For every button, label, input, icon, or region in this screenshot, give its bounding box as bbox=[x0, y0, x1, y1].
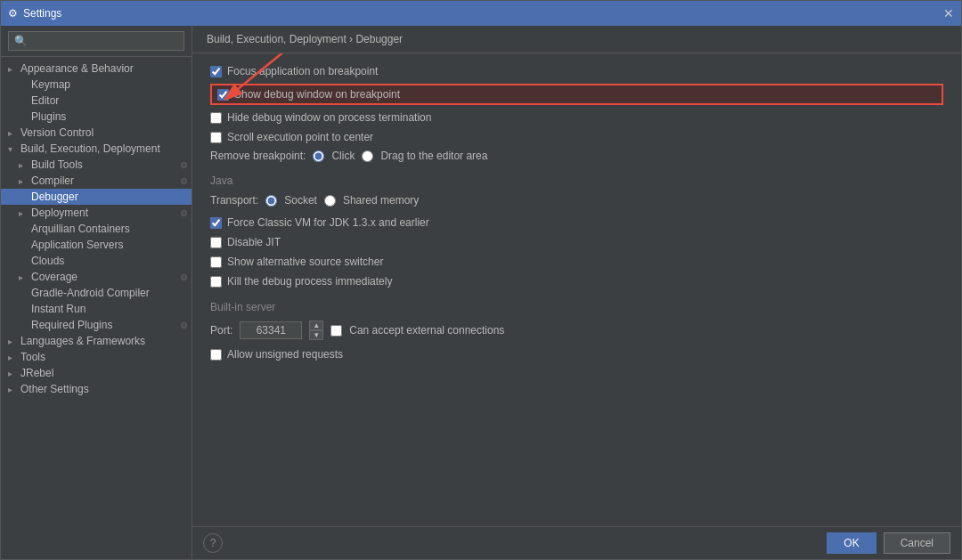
remove-click-radio[interactable] bbox=[313, 150, 324, 162]
settings-content: Focus application on breakpoint Show deb… bbox=[192, 53, 961, 526]
show-debug-checkbox[interactable] bbox=[217, 89, 229, 101]
arrow-icon: ▸ bbox=[19, 208, 31, 218]
sidebar-item-compiler[interactable]: ▸ Compiler ⚙ bbox=[1, 173, 192, 189]
sidebar-item-coverage[interactable]: ▸ Coverage ⚙ bbox=[1, 269, 192, 285]
remove-breakpoint-label: Remove breakpoint: bbox=[210, 150, 306, 162]
arrow-icon: ▸ bbox=[8, 64, 20, 74]
disable-jit-checkbox[interactable] bbox=[210, 237, 222, 248]
allow-unsigned-checkbox[interactable] bbox=[210, 349, 222, 361]
port-up-button[interactable]: ▲ bbox=[309, 321, 323, 330]
close-button[interactable]: ✕ bbox=[943, 6, 954, 20]
arrow-icon: ▸ bbox=[8, 369, 20, 378]
shared-memory-label[interactable]: Shared memory bbox=[343, 194, 419, 207]
show-debug-row: Show debug window on breakpoint bbox=[210, 84, 943, 105]
arrow-icon: ▾ bbox=[8, 144, 20, 154]
sidebar-item-build-execution[interactable]: ▾ Build, Execution, Deployment bbox=[1, 141, 192, 157]
sidebar-item-plugins[interactable]: Plugins bbox=[1, 109, 192, 125]
sidebar-item-jrebel[interactable]: ▸ JRebel bbox=[1, 365, 192, 381]
port-input[interactable]: 63341 bbox=[240, 321, 302, 339]
hide-debug-label[interactable]: Hide debug window on process termination bbox=[227, 111, 431, 124]
search-box bbox=[1, 26, 192, 57]
shared-memory-radio[interactable] bbox=[324, 195, 336, 207]
accept-external-label[interactable]: Can accept external connections bbox=[349, 324, 504, 337]
kill-debug-checkbox[interactable] bbox=[210, 276, 222, 288]
socket-label[interactable]: Socket bbox=[284, 194, 317, 207]
breadcrumb: Build, Execution, Deployment › Debugger bbox=[192, 26, 961, 53]
force-classic-label[interactable]: Force Classic VM for JDK 1.3.x and earli… bbox=[227, 216, 429, 229]
allow-unsigned-row: Allow unsigned requests bbox=[210, 347, 943, 361]
sidebar-item-editor[interactable]: Editor bbox=[1, 93, 192, 109]
sidebar-item-version-control[interactable]: ▸ Version Control bbox=[1, 125, 192, 141]
disable-jit-row: Disable JIT bbox=[210, 235, 943, 249]
port-row: Port: 63341 ▲ ▼ Can accept external conn… bbox=[210, 321, 943, 340]
focus-app-label[interactable]: Focus application on breakpoint bbox=[227, 65, 378, 77]
hide-debug-row: Hide debug window on process termination bbox=[210, 110, 943, 125]
kill-debug-row: Kill the debug process immediately bbox=[210, 274, 943, 288]
sidebar-item-debugger[interactable]: Debugger bbox=[1, 189, 192, 205]
transport-label: Transport: bbox=[210, 194, 258, 207]
scroll-row: Scroll execution point to center bbox=[210, 130, 943, 144]
main-panel: Build, Execution, Deployment › Debugger … bbox=[192, 26, 961, 559]
show-debug-container: Show debug window on breakpoint bbox=[210, 84, 943, 105]
socket-radio[interactable] bbox=[265, 195, 277, 207]
sidebar-item-languages[interactable]: ▸ Languages & Frameworks bbox=[1, 333, 192, 349]
port-down-button[interactable]: ▼ bbox=[309, 330, 323, 340]
sidebar-item-arquillian[interactable]: Arquillian Containers bbox=[1, 221, 192, 237]
port-label: Port: bbox=[210, 324, 232, 337]
show-alt-checkbox[interactable] bbox=[210, 256, 222, 268]
sidebar: ▸ Appearance & Behavior Keymap Editor Pl… bbox=[1, 26, 192, 559]
java-section-header: Java bbox=[210, 174, 943, 187]
arrow-icon: ▸ bbox=[19, 272, 31, 282]
ok-button[interactable]: OK bbox=[827, 532, 876, 554]
sidebar-item-build-tools[interactable]: ▸ Build Tools ⚙ bbox=[1, 157, 192, 173]
builtin-server-header: Built-in server bbox=[210, 301, 943, 313]
sidebar-item-instant-run[interactable]: Instant Run bbox=[1, 301, 192, 317]
sidebar-item-app-servers[interactable]: Application Servers bbox=[1, 237, 192, 253]
settings-window: ⚙ Settings ✕ ▸ Appearance & Behavior Key… bbox=[0, 0, 962, 560]
sidebar-item-required-plugins[interactable]: Required Plugins ⚙ bbox=[1, 317, 192, 333]
remove-drag-label[interactable]: Drag to the editor area bbox=[380, 150, 487, 162]
help-button[interactable]: ? bbox=[203, 533, 223, 553]
search-input[interactable] bbox=[8, 31, 184, 51]
arrow-icon: ▸ bbox=[8, 385, 20, 394]
sidebar-item-appearance[interactable]: ▸ Appearance & Behavior bbox=[1, 61, 192, 77]
arrow-icon: ▸ bbox=[8, 128, 20, 138]
scroll-label[interactable]: Scroll execution point to center bbox=[227, 131, 373, 143]
gear-icon: ⚙ bbox=[180, 160, 188, 170]
accept-external-checkbox[interactable] bbox=[330, 325, 342, 337]
gear-icon: ⚙ bbox=[180, 176, 188, 186]
arrow-icon: ▸ bbox=[19, 160, 31, 170]
focus-app-row: Focus application on breakpoint bbox=[210, 64, 943, 78]
force-classic-row: Force Classic VM for JDK 1.3.x and earli… bbox=[210, 215, 943, 230]
remove-drag-radio[interactable] bbox=[362, 150, 373, 162]
focus-app-checkbox[interactable] bbox=[210, 66, 222, 77]
hide-debug-checkbox[interactable] bbox=[210, 112, 222, 124]
remove-click-label[interactable]: Click bbox=[331, 150, 355, 162]
remove-breakpoint-row: Remove breakpoint: Click Drag to the edi… bbox=[210, 150, 943, 162]
allow-unsigned-label[interactable]: Allow unsigned requests bbox=[227, 348, 343, 361]
show-alt-row: Show alternative source switcher bbox=[210, 255, 943, 269]
sidebar-item-gradle-android[interactable]: Gradle-Android Compiler bbox=[1, 285, 192, 301]
sidebar-item-tools[interactable]: ▸ Tools bbox=[1, 349, 192, 365]
arrow-icon: ▸ bbox=[19, 176, 31, 186]
sidebar-item-other-settings[interactable]: ▸ Other Settings bbox=[1, 381, 192, 397]
sidebar-tree: ▸ Appearance & Behavior Keymap Editor Pl… bbox=[1, 57, 192, 559]
sidebar-item-keymap[interactable]: Keymap bbox=[1, 77, 192, 93]
settings-icon: ⚙ bbox=[8, 7, 18, 20]
breakpoints-section: Focus application on breakpoint Show deb… bbox=[210, 64, 943, 162]
kill-debug-label[interactable]: Kill the debug process immediately bbox=[227, 275, 392, 288]
scroll-checkbox[interactable] bbox=[210, 132, 222, 143]
window-title: Settings bbox=[23, 7, 61, 20]
disable-jit-label[interactable]: Disable JIT bbox=[227, 236, 281, 248]
cancel-button[interactable]: Cancel bbox=[884, 532, 950, 554]
gear-icon: ⚙ bbox=[180, 208, 188, 218]
sidebar-item-deployment[interactable]: ▸ Deployment ⚙ bbox=[1, 205, 192, 221]
bottom-bar: ? OK Cancel bbox=[192, 526, 961, 559]
force-classic-checkbox[interactable] bbox=[210, 217, 222, 229]
sidebar-item-clouds[interactable]: Clouds bbox=[1, 253, 192, 269]
arrow-icon: ▸ bbox=[8, 353, 20, 362]
show-debug-label[interactable]: Show debug window on breakpoint bbox=[234, 88, 400, 101]
breadcrumb-text: Build, Execution, Deployment › Debugger bbox=[207, 33, 403, 45]
show-alt-label[interactable]: Show alternative source switcher bbox=[227, 256, 383, 268]
titlebar-title: ⚙ Settings bbox=[8, 7, 61, 20]
